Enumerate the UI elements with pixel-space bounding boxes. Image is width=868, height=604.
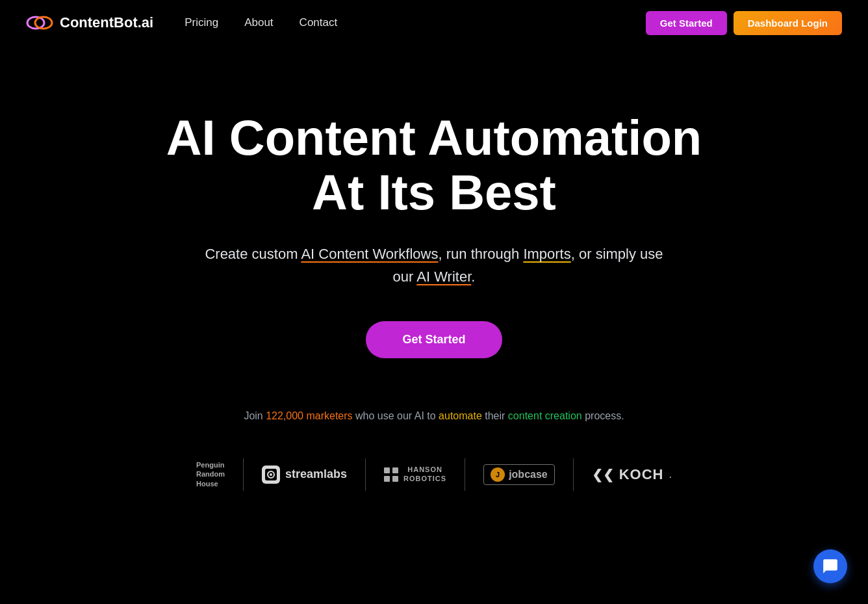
logo-jobcase: J jobcase bbox=[483, 464, 555, 485]
koch-arrows: ❮❮ bbox=[592, 467, 614, 482]
logo-streamlabs: streamlabs bbox=[262, 466, 347, 484]
social-proof-content-creation: content creation bbox=[508, 410, 582, 421]
hanson-grid-icon bbox=[384, 467, 398, 482]
logo-divider-4 bbox=[573, 458, 574, 491]
streamlabs-icon bbox=[262, 466, 280, 484]
penguin-text: PenguinRandomHouse bbox=[196, 460, 225, 488]
chat-icon bbox=[822, 558, 839, 575]
nav-pricing[interactable]: Pricing bbox=[185, 16, 218, 29]
social-proof-mid2: their bbox=[482, 410, 508, 421]
logo-link[interactable]: ContentBot.ai bbox=[26, 9, 153, 36]
hero-subtitle-prefix: Create custom bbox=[205, 246, 301, 262]
nav-left: ContentBot.ai Pricing About Contact bbox=[26, 9, 337, 36]
logos-strip: PenguinRandomHouse streamlabs bbox=[196, 458, 672, 491]
hero-subtitle-suffix: . bbox=[471, 269, 475, 285]
nav-right: Get Started Dashboard Login bbox=[646, 11, 842, 35]
streamlabs-label: streamlabs bbox=[285, 467, 347, 481]
svg-rect-8 bbox=[392, 476, 398, 482]
svg-rect-7 bbox=[384, 476, 390, 482]
hanson-label: HANSONROBOTICS bbox=[403, 466, 446, 482]
logo-icon bbox=[26, 9, 53, 36]
nav-links: Pricing About Contact bbox=[185, 16, 337, 29]
svg-point-4 bbox=[270, 473, 272, 476]
svg-rect-5 bbox=[384, 467, 390, 473]
nav-contact[interactable]: Contact bbox=[300, 16, 338, 29]
logo-text: ContentBot.ai bbox=[60, 14, 153, 31]
hero-subtitle: Create custom AI Content Workflows, run … bbox=[187, 243, 681, 288]
social-proof-text: Join 122,000 marketers who use our AI to… bbox=[244, 410, 624, 422]
social-proof-mid1: who use our AI to bbox=[353, 410, 439, 421]
social-proof-prefix: Join bbox=[244, 410, 266, 421]
jobcase-label: jobcase bbox=[509, 469, 548, 480]
koch-period: . bbox=[669, 469, 672, 480]
logo-divider-1 bbox=[243, 458, 244, 491]
dashboard-login-button[interactable]: Dashboard Login bbox=[734, 11, 842, 35]
koch-label: KOCH bbox=[619, 466, 664, 483]
social-proof-automate: automate bbox=[439, 410, 482, 421]
hero-subtitle-mid1: , run through bbox=[439, 246, 524, 262]
link-ai-writer[interactable]: AI Writer bbox=[416, 269, 471, 285]
navbar: ContentBot.ai Pricing About Contact Get … bbox=[0, 0, 868, 46]
logo-penguin: PenguinRandomHouse bbox=[196, 460, 225, 488]
nav-about[interactable]: About bbox=[244, 16, 273, 29]
jobcase-icon: J bbox=[491, 467, 505, 482]
jobcase-wrap: J jobcase bbox=[483, 464, 555, 485]
streamlabs-svg bbox=[265, 469, 277, 480]
social-proof-count: 122,000 marketers bbox=[266, 410, 352, 421]
link-imports[interactable]: Imports bbox=[523, 246, 570, 262]
get-started-hero-button[interactable]: Get Started bbox=[366, 321, 502, 358]
social-proof-suffix: process. bbox=[582, 410, 624, 421]
hero-title: AI Content Automation At Its Best bbox=[142, 111, 726, 219]
chat-bubble-button[interactable] bbox=[813, 549, 847, 583]
logo-divider-2 bbox=[365, 458, 366, 491]
logo-hanson: HANSONROBOTICS bbox=[384, 466, 446, 482]
hero-section: AI Content Automation At Its Best Create… bbox=[0, 46, 868, 530]
svg-rect-6 bbox=[392, 467, 398, 473]
logo-divider-3 bbox=[465, 458, 465, 491]
get-started-nav-button[interactable]: Get Started bbox=[646, 11, 727, 35]
logo-koch: ❮❮ KOCH . bbox=[592, 466, 672, 483]
link-ai-content-workflows[interactable]: AI Content Workflows bbox=[301, 246, 438, 262]
